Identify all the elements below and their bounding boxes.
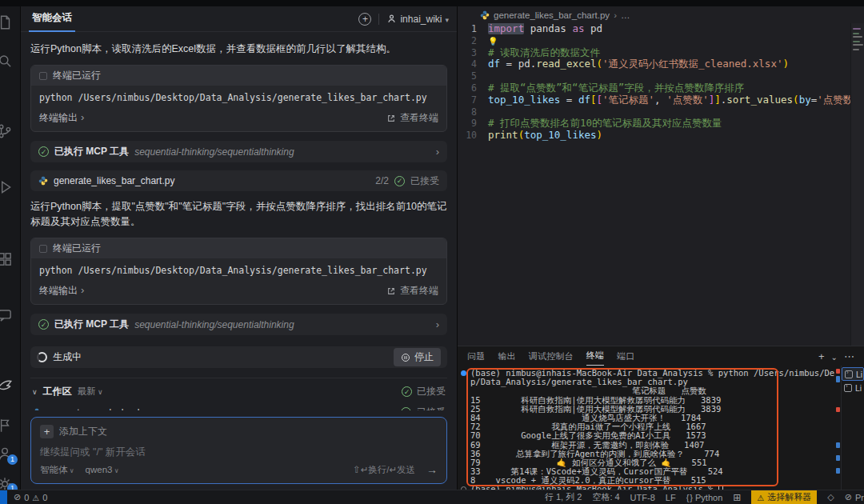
misc-status-icon[interactable] [827, 492, 834, 502]
bottom-panel: 问题输出调试控制台终端端口 (base) nimbus@inhais-MacBo… [458, 346, 864, 490]
code-area[interactable]: 1import pandas as pd2💡3# 读取清洗后的数据文件4df =… [458, 23, 864, 346]
cursor-position[interactable]: 行 1, 列 2 [545, 491, 582, 503]
line-number: 8 [458, 106, 488, 118]
view-terminal-link[interactable]: 查看终端 [386, 111, 438, 125]
chat-input-placeholder[interactable]: 继续提问或 "/" 新开会话 [40, 446, 438, 463]
spinner-icon [37, 352, 47, 362]
panel-tab[interactable]: 端口 [617, 346, 634, 366]
panel-tab[interactable]: 终端 [586, 346, 604, 366]
tab-smart-conversation[interactable]: 智能会话 [29, 6, 75, 32]
explorer-icon[interactable] [0, 14, 14, 31]
workspace-header[interactable]: 工作区 最新 已接受 [30, 378, 447, 403]
braces-icon [686, 493, 692, 502]
encoding-setting[interactable]: UTF-8 [630, 493, 655, 502]
code-line[interactable]: 1import pandas as pd [458, 23, 864, 35]
code-line[interactable]: 7top_10_likes = df[['笔记标题', '点赞数']].sort… [458, 94, 864, 106]
header-divider [378, 14, 379, 25]
python-file-icon [480, 10, 490, 20]
problems-status[interactable]: 0 0 [14, 492, 47, 502]
terminal-dropdown-icon[interactable] [831, 350, 838, 362]
minimap[interactable] [850, 23, 864, 346]
select-interpreter-warning[interactable]: 选择解释器 [751, 490, 817, 504]
workspace-filter-dropdown[interactable]: 最新 [78, 386, 103, 398]
command-ran-decoration [461, 370, 466, 376]
generating-status-row: 生成中 停止 [30, 346, 447, 368]
warning-icon [757, 493, 764, 502]
more-actions-icon[interactable] [844, 350, 854, 362]
panel-tab[interactable]: 输出 [498, 346, 515, 366]
line-number: 7 [458, 94, 488, 106]
search-icon[interactable] [0, 52, 14, 70]
breadcrumb[interactable]: generate_likes_bar_chart.py … [458, 6, 864, 23]
terminal-run-icon [39, 245, 47, 253]
remote-chat-icon[interactable] [0, 306, 14, 324]
terminal-output[interactable]: (base) nimbus@inhais-MacBook-Air Data_An… [458, 366, 835, 490]
agent-select[interactable]: 智能体 [40, 464, 74, 476]
check-icon [38, 319, 49, 330]
line-number: 9 [458, 118, 488, 130]
view-terminal-link[interactable]: 查看终端 [386, 284, 438, 298]
terminal-run-icon [39, 72, 47, 80]
terminal-output-toggle[interactable]: 终端输出 [39, 111, 84, 125]
code-line[interactable]: 9# 打印点赞数排名前10的笔记标题及其对应点赞数量 [458, 118, 864, 130]
terminal-run-header[interactable]: 终端已运行 [31, 66, 446, 86]
terminal-output-toggle[interactable]: 终端输出 [39, 284, 84, 298]
chat-input-box[interactable]: 添加上下文 继续提问或 "/" 新开会话 智能体 qwen3 ⇧↵换行/↵发送 [30, 417, 447, 484]
user-message: 运行Python脚本，读取清洗后的Excel数据，并查看数据框的前几行以了解其结… [30, 42, 447, 57]
code-line[interactable]: 2💡 [458, 35, 864, 47]
panel-tab[interactable]: 调试控制台 [529, 346, 574, 366]
code-line[interactable]: 8 [458, 106, 864, 118]
lingma-icon[interactable] [0, 377, 14, 394]
new-terminal-icon[interactable] [818, 350, 825, 362]
model-select[interactable]: qwen3 [86, 465, 119, 474]
run-debug-icon[interactable] [0, 178, 14, 196]
panel-tab-bar: 问题输出调试控制台终端端口 [458, 346, 864, 366]
line-number: 5 [458, 70, 488, 82]
terminal-line: (base) nimbus@inhais-MacBook-Air Data_An… [470, 485, 835, 490]
python-file-icon [32, 408, 42, 411]
user-message: 运行Python脚本，提取"点赞数"和"笔记标题"字段，并按点赞数降序排序，找出… [30, 199, 447, 230]
code-line[interactable]: 6# 提取“点赞数”和“笔记标题”字段，并按点赞数降序排序 [458, 82, 864, 94]
terminal-run-card: 终端已运行 python /Users/nimbus/Desktop/Data_… [30, 65, 447, 132]
source-control-icon[interactable] [0, 122, 14, 140]
layout-icon[interactable] [733, 492, 741, 503]
new-session-icon[interactable] [358, 13, 371, 26]
activity-bar: 1 1 [0, 6, 21, 490]
line-number: 2 [458, 35, 488, 47]
user-account[interactable]: inhai_wiki [386, 14, 449, 25]
chat-message-list: 运行Python脚本，读取清洗后的Excel数据，并查看数据框的前几行以了解其结… [21, 32, 457, 410]
generated-file-card[interactable]: generate_likes_bar_chart.py 2/2 已接受 [30, 170, 447, 191]
status-bar: 0 0 行 1, 列 2 空格: 4 UTF-8 LF Python 选择解释器… [0, 490, 864, 504]
extensions-icon[interactable] [0, 250, 14, 268]
flag-icon[interactable] [0, 417, 14, 434]
indent-setting[interactable]: 空格: 4 [592, 491, 619, 503]
panel-tab[interactable]: 问题 [467, 346, 485, 366]
code-line[interactable]: 4df = pd.read_excel('通义灵码小红书数据_cleaned.x… [458, 58, 864, 70]
code-editor[interactable]: generate_likes_bar_chart.py … 1import pa… [458, 6, 864, 346]
remote-indicator[interactable] [0, 490, 7, 504]
circle-slash-icon [845, 492, 852, 502]
stop-button[interactable]: 停止 [394, 348, 441, 366]
terminal-icon [844, 384, 852, 392]
chevron-right-icon [436, 318, 439, 330]
terminal-list-item[interactable]: Li [842, 381, 864, 394]
add-context-icon[interactable] [40, 425, 54, 438]
mcp-tool-card[interactable]: 已执行 MCP 工具 sequential-thinking/sequentia… [30, 314, 447, 335]
code-line[interactable]: 3# 读取清洗后的数据文件 [458, 47, 864, 59]
language-mode[interactable]: Python [686, 493, 723, 502]
vscode-window: 1 1 智能会话 inhai_wiki 运行Python脚本，读取 [0, 0, 864, 504]
terminal-list-item[interactable]: Li [842, 367, 864, 381]
check-icon [401, 407, 411, 410]
mcp-tool-card[interactable]: 已执行 MCP 工具 sequential-thinking/sequentia… [30, 141, 447, 162]
send-icon[interactable] [426, 463, 438, 476]
workspace-file-row[interactable]: generate_word_cloud.py 已接受 [30, 403, 447, 410]
person-icon [386, 14, 397, 24]
chevron-right-icon [78, 112, 84, 123]
eol-setting[interactable]: LF [666, 493, 676, 502]
add-context-label[interactable]: 添加上下文 [59, 425, 107, 438]
terminal-run-header[interactable]: 终端已运行 [31, 238, 446, 258]
code-line[interactable]: 10print(top_10_likes) [458, 130, 864, 142]
prettier-status[interactable]: Pr [845, 492, 864, 502]
code-line[interactable]: 5 [458, 70, 864, 82]
python-file-icon [38, 176, 48, 186]
